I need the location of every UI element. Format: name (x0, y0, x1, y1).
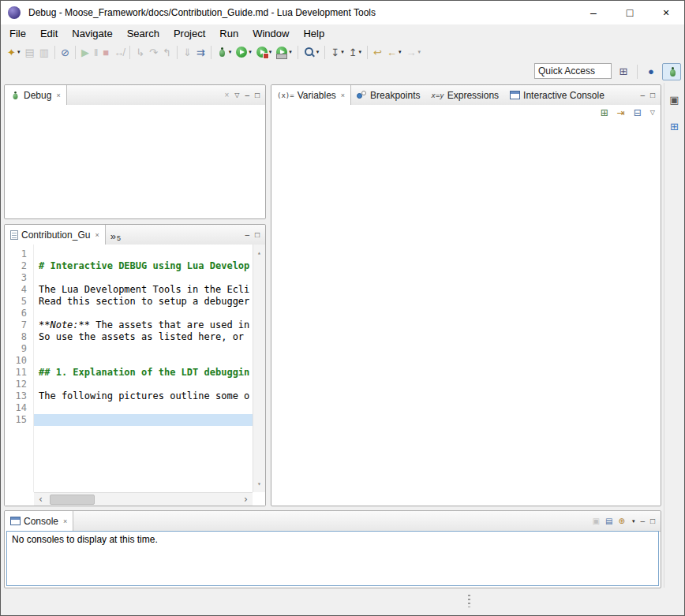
minimize-view-button[interactable]: – (640, 91, 645, 99)
menu-project[interactable]: Project (167, 26, 212, 41)
menu-help[interactable]: Help (296, 26, 331, 41)
dropdown-arrow-icon[interactable]: ▾ (632, 518, 635, 525)
menu-file[interactable]: File (2, 26, 33, 41)
tab-expressions[interactable]: x=yExpressions (425, 85, 504, 105)
line-number[interactable]: 4 (5, 284, 33, 296)
line-number[interactable]: 14 (5, 402, 33, 414)
tab-interactive-console[interactable]: Interactive Console (504, 85, 610, 105)
editor-line[interactable] (34, 414, 253, 426)
editor-vertical-scrollbar[interactable]: ▴ ▾ (253, 245, 265, 492)
lua-perspective-button[interactable]: ● (642, 63, 661, 80)
back-button[interactable]: ←▾ (384, 43, 404, 61)
previous-annotation-button[interactable]: ↥▾ (346, 43, 364, 61)
external-tools-button[interactable]: ▾ (274, 43, 294, 61)
dropdown-arrow-icon[interactable]: ▾ (269, 49, 272, 55)
editor-line[interactable] (34, 308, 253, 319)
line-number[interactable]: 3 (5, 272, 33, 284)
line-number[interactable]: 11 (5, 367, 33, 379)
maximize-button[interactable]: □ (612, 1, 648, 24)
maximize-view-button[interactable]: □ (650, 91, 655, 99)
open-console-button[interactable]: ⊕ (618, 517, 624, 525)
line-number[interactable]: 2 (5, 260, 33, 272)
editor-line[interactable]: So use the assets as listed here, or (34, 331, 253, 343)
trim-drag-handle[interactable] (468, 595, 470, 607)
dropdown-arrow-icon[interactable]: ▾ (399, 49, 402, 55)
editor-body[interactable]: 123456789101112131415 # Interactive DEBU… (5, 245, 265, 506)
dropdown-arrow-icon[interactable]: ▾ (359, 49, 362, 55)
minimize-button[interactable]: – (575, 1, 612, 24)
view-menu-icon[interactable]: ▽ (650, 110, 655, 116)
menu-edit[interactable]: Edit (33, 26, 65, 41)
debug-button[interactable]: ▾ (215, 43, 234, 61)
line-number[interactable]: 15 (5, 414, 33, 426)
restore-views-button[interactable]: ▣ (667, 91, 681, 108)
minimize-view-button[interactable]: – (245, 231, 249, 239)
tab-debug[interactable]: Debug × (5, 85, 67, 106)
coverage-button[interactable]: ▾ (254, 43, 275, 61)
quick-access-input[interactable] (534, 63, 612, 79)
dropdown-arrow-icon[interactable]: ▾ (229, 49, 232, 55)
collapse-all-button[interactable]: ⊟ (634, 108, 642, 118)
view-menu-icon[interactable]: ▽ (234, 92, 239, 99)
editor-line[interactable]: # Interactive DEBUG using Lua Develop (34, 260, 253, 272)
minimize-view-button[interactable]: – (640, 517, 645, 525)
scroll-down-icon[interactable]: ▾ (253, 478, 265, 490)
editor-line[interactable] (34, 272, 253, 284)
line-number[interactable]: 7 (5, 319, 33, 331)
dropdown-arrow-icon[interactable]: ▾ (249, 49, 252, 55)
tab-breakpoints[interactable]: Breakpoints (351, 85, 425, 105)
tab-contribution-guide[interactable]: Contribution_Gu × (5, 225, 106, 245)
open-perspective-button[interactable]: ⊞ (614, 63, 633, 80)
editor-line[interactable]: **Note:** The assets that are used in (34, 319, 253, 331)
editor-text-area[interactable]: # Interactive DEBUG using Lua Develop Th… (34, 245, 253, 492)
close-tab-icon[interactable]: × (341, 91, 345, 99)
use-step-filters-button[interactable]: ⇉ (194, 43, 208, 61)
open-search-dialog-button[interactable]: ▾ (301, 43, 322, 61)
editor-line[interactable]: The following pictures outline some o (34, 390, 253, 402)
next-annotation-button[interactable]: ↧▾ (328, 43, 346, 61)
editor-line[interactable] (34, 379, 253, 390)
new-button[interactable]: ✦▾ (5, 43, 22, 61)
maximize-view-button[interactable]: □ (255, 91, 260, 99)
close-tab-icon[interactable]: × (56, 91, 60, 99)
line-number[interactable]: 12 (5, 379, 33, 390)
line-number[interactable]: 10 (5, 355, 33, 367)
editor-line[interactable] (34, 402, 253, 414)
editor-line[interactable] (34, 343, 253, 355)
line-number[interactable]: 13 (5, 390, 33, 402)
scroll-up-icon[interactable]: ▴ (253, 247, 265, 259)
scrollbar-thumb[interactable] (50, 495, 95, 505)
editor-tab-overflow[interactable]: » 5 (106, 225, 125, 245)
editor-line[interactable]: ## 1. Explanation of the LDT debuggin (34, 367, 253, 379)
skip-all-breakpoints-button[interactable]: ⊘ (58, 43, 72, 61)
show-logical-structures-button[interactable]: ⇥ (617, 108, 625, 118)
minimize-view-button[interactable]: – (245, 91, 249, 99)
line-number[interactable]: 8 (5, 331, 33, 343)
outline-view-button[interactable]: ⊞ (668, 118, 681, 135)
menu-search[interactable]: Search (120, 26, 167, 41)
dropdown-arrow-icon[interactable]: ▾ (17, 49, 21, 55)
editor-horizontal-scrollbar[interactable]: ‹ › (34, 492, 253, 506)
line-number[interactable]: 1 (5, 248, 33, 260)
tab-console[interactable]: Console × (5, 511, 73, 532)
tab-variables[interactable]: (x)=Variables× (271, 85, 351, 106)
run-button[interactable]: ▾ (234, 43, 254, 61)
maximize-view-button[interactable]: □ (255, 231, 260, 239)
debug-perspective-button[interactable] (662, 63, 681, 80)
editor-line[interactable]: Read this section to setup a debugger (34, 296, 253, 308)
maximize-view-button[interactable]: □ (650, 517, 655, 525)
close-tab-icon[interactable]: × (63, 517, 67, 525)
dropdown-arrow-icon[interactable]: ▾ (289, 49, 292, 55)
dropdown-arrow-icon[interactable]: ▾ (316, 49, 320, 55)
dropdown-arrow-icon[interactable]: ▾ (418, 49, 421, 55)
line-number[interactable]: 6 (5, 308, 33, 319)
line-number-ruler[interactable]: 123456789101112131415 (5, 245, 34, 492)
line-number[interactable]: 9 (5, 343, 33, 355)
scroll-left-icon[interactable]: ‹ (38, 493, 43, 506)
editor-line[interactable] (34, 248, 253, 260)
close-button[interactable]: × (648, 1, 684, 24)
console-output-area[interactable]: No consoles to display at this time. (6, 531, 659, 586)
menu-navigate[interactable]: Navigate (65, 26, 119, 41)
editor-line[interactable]: The Lua Development Tools in the Ecli (34, 284, 253, 296)
dropdown-arrow-icon[interactable]: ▾ (341, 49, 344, 55)
